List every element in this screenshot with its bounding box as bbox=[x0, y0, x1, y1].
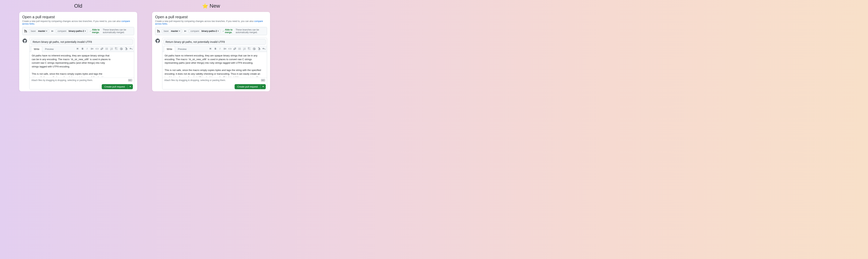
link-icon[interactable] bbox=[233, 47, 236, 50]
page-subheading: Create a new pull request by comparing c… bbox=[155, 20, 267, 25]
heading-icon[interactable] bbox=[209, 47, 212, 50]
code-icon[interactable] bbox=[96, 47, 98, 50]
mention-icon[interactable] bbox=[253, 47, 256, 50]
new-label: New bbox=[210, 3, 220, 9]
markdown-badge[interactable]: MD bbox=[128, 79, 132, 81]
user-avatar[interactable] bbox=[155, 38, 160, 43]
caret-down-icon bbox=[129, 86, 131, 87]
task-list-icon[interactable] bbox=[248, 47, 251, 50]
merge-status: Able to merge. These branches can be aut… bbox=[90, 29, 132, 34]
ordered-list-icon[interactable] bbox=[110, 47, 113, 50]
arrow-left-icon bbox=[184, 30, 187, 33]
compose-box: Write Preview bbox=[162, 38, 267, 89]
heading-icon[interactable] bbox=[76, 47, 79, 50]
merge-status: Able to merge. These branches can be aut… bbox=[222, 29, 265, 34]
caret-down-icon bbox=[217, 31, 219, 32]
quote-icon[interactable] bbox=[224, 47, 226, 50]
base-branch-button[interactable]: base: master bbox=[29, 29, 49, 33]
arrow-left-icon bbox=[51, 30, 54, 33]
create-pr-dropdown[interactable] bbox=[260, 84, 266, 89]
cross-ref-icon[interactable] bbox=[257, 47, 260, 50]
attach-hint[interactable]: Attach files by dragging & dropping, sel… bbox=[164, 79, 226, 81]
compare-bar: base: master compare: binary-paths-2 Abl… bbox=[155, 27, 267, 35]
git-compare-icon bbox=[24, 30, 27, 33]
column-title-old: Old bbox=[74, 3, 82, 9]
compare-branch-button[interactable]: compare: binary-paths-2 bbox=[189, 29, 221, 33]
tab-preview[interactable]: Preview bbox=[175, 46, 189, 52]
caret-down-icon bbox=[179, 31, 180, 32]
star-icon: ⭐ bbox=[202, 3, 208, 9]
panel-new: Open a pull request Create a new pull re… bbox=[152, 12, 270, 91]
page-subheading: Create a new pull request by comparing c… bbox=[22, 20, 134, 25]
pr-body-textarea[interactable] bbox=[162, 52, 267, 77]
bold-icon[interactable] bbox=[214, 47, 217, 50]
reply-icon[interactable] bbox=[262, 47, 266, 50]
pr-title-input[interactable] bbox=[163, 39, 266, 45]
create-pr-button[interactable]: Create pull request bbox=[235, 84, 260, 89]
pr-body-textarea[interactable] bbox=[30, 52, 134, 77]
quote-icon[interactable] bbox=[91, 47, 94, 50]
compare-bar: base: master compare: binary-paths-2 Abl… bbox=[22, 27, 134, 35]
octocat-icon bbox=[23, 39, 27, 43]
reply-icon[interactable] bbox=[129, 47, 132, 50]
panel-old: Open a pull request Create a new pull re… bbox=[19, 12, 137, 91]
formatting-toolbar bbox=[76, 47, 132, 50]
create-pr-button[interactable]: Create pull request bbox=[102, 84, 127, 89]
check-icon bbox=[90, 30, 91, 32]
check-icon bbox=[222, 30, 224, 32]
ordered-list-icon[interactable] bbox=[243, 47, 246, 50]
bold-icon[interactable] bbox=[81, 47, 84, 50]
column-title-new: ⭐ New bbox=[202, 3, 220, 9]
user-avatar[interactable] bbox=[22, 38, 27, 43]
page-heading: Open a pull request bbox=[22, 15, 134, 19]
create-pr-dropdown[interactable] bbox=[127, 84, 133, 89]
unordered-list-icon[interactable] bbox=[238, 47, 241, 50]
caret-down-icon bbox=[46, 31, 48, 32]
compare-branch-button[interactable]: compare: binary-paths-2 bbox=[56, 29, 88, 33]
octocat-icon bbox=[156, 39, 160, 43]
mention-icon[interactable] bbox=[120, 47, 123, 50]
italic-icon[interactable] bbox=[86, 47, 89, 50]
unordered-list-icon[interactable] bbox=[105, 47, 108, 50]
caret-down-icon bbox=[262, 86, 264, 87]
tab-preview[interactable]: Preview bbox=[42, 46, 56, 52]
page-heading: Open a pull request bbox=[155, 15, 267, 19]
link-icon[interactable] bbox=[100, 47, 103, 50]
base-branch-button[interactable]: base: master bbox=[162, 29, 182, 33]
markdown-badge[interactable]: MD bbox=[261, 79, 265, 81]
code-icon[interactable] bbox=[228, 47, 231, 50]
pr-title-input[interactable] bbox=[31, 39, 133, 45]
attach-hint[interactable]: Attach files by dragging & dropping, sel… bbox=[31, 79, 93, 81]
git-compare-icon bbox=[157, 30, 160, 33]
old-label: Old bbox=[74, 3, 82, 9]
cross-ref-icon[interactable] bbox=[125, 47, 128, 50]
caret-down-icon bbox=[85, 31, 86, 32]
compose-box: Write Preview bbox=[29, 38, 134, 89]
tab-write[interactable]: Write bbox=[164, 46, 175, 52]
italic-icon[interactable] bbox=[219, 47, 222, 50]
tab-write[interactable]: Write bbox=[31, 46, 42, 52]
formatting-toolbar bbox=[209, 47, 266, 50]
task-list-icon[interactable] bbox=[115, 47, 118, 50]
